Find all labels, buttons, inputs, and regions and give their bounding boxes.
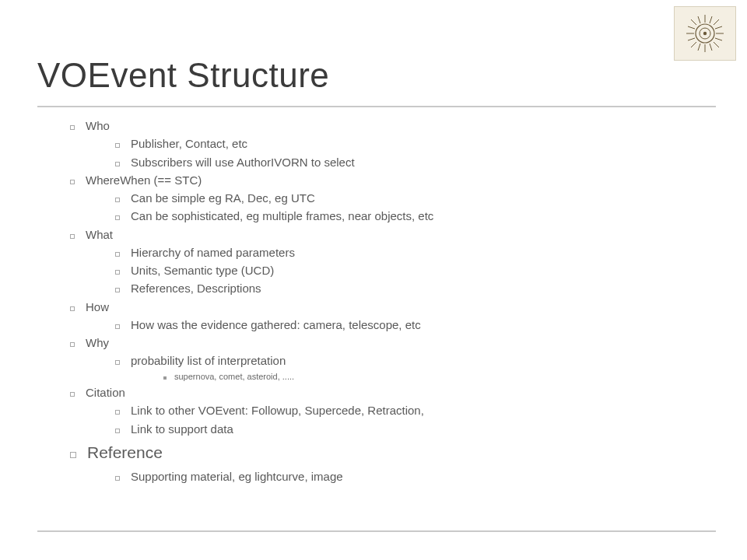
svg-line-8 [714,42,719,47]
section-label: Who [86,117,110,135]
bullet-square-icon [115,162,120,166]
svg-line-15 [688,26,695,29]
background-dot-grid [0,0,747,54]
svg-line-12 [710,16,712,23]
list-item: Units, Semantic type (UCD) [115,261,700,279]
bullet-square-icon [115,215,120,220]
list-item-text: Publisher, Contact, etc [131,135,247,152]
bullet-square-icon [115,198,120,202]
bullet-square-icon [70,180,75,184]
bullet-dot-icon [163,376,167,380]
bullet-square-icon [70,392,75,397]
svg-line-14 [710,44,712,51]
bullet-square-icon [70,125,75,130]
section-reference: Reference [70,438,700,467]
list-item: Supporting material, eg lightcurve, imag… [115,467,700,485]
bullet-square-icon [70,452,76,458]
bullet-square-icon [115,252,120,257]
section-wherewhen: WhereWhen (== STC) [70,171,700,189]
list-item: Hierarchy of named parameters [115,243,700,261]
list-item-text: Supporting material, eg lightcurve, imag… [131,467,343,485]
bullet-square-icon [115,410,120,415]
list-item-text: Units, Semantic type (UCD) [131,261,274,279]
list-item: References, Descriptions [115,279,700,297]
list-subitem: supernova, comet, asteroid, ..... [163,370,700,384]
section-label: How [86,298,109,316]
bullet-square-icon [115,429,120,433]
section-what: What [70,226,700,243]
list-item: Can be simple eg RA, Dec, eg UTC [115,189,700,207]
list-item-text: Can be sophisticated, eg multiple frames… [131,207,433,225]
list-item: Can be sophisticated, eg multiple frames… [115,207,700,225]
list-item-text: probability list of interpretation [131,352,286,369]
section-why: Why [70,334,700,352]
list-item-text: How was the evidence gathered: camera, t… [131,316,421,334]
svg-line-18 [715,38,722,40]
bullet-square-icon [115,288,120,292]
list-item: probability list of interpretation [115,352,700,369]
list-item-text: References, Descriptions [131,279,261,297]
section-label: Citation [86,383,125,401]
list-item-text: Can be simple eg RA, Dec, eg UTC [131,189,315,207]
svg-line-7 [691,19,696,25]
bullet-square-icon [115,270,120,275]
section-label: What [86,226,113,243]
section-label: WhereWhen (== STC) [86,171,202,189]
svg-line-16 [688,38,695,40]
divider-bottom [37,530,716,532]
svg-line-13 [698,44,700,51]
bullet-square-icon [115,143,120,148]
list-subitem-text: supernova, comet, asteroid, ..... [174,370,294,384]
list-item: How was the evidence gathered: camera, t… [115,316,700,334]
list-item: Publisher, Contact, etc [115,135,700,152]
bullet-square-icon [70,306,75,311]
divider-top [37,106,716,107]
section-who: Who [70,117,700,135]
bullet-square-icon [115,360,120,365]
svg-line-11 [698,16,700,23]
logo-astrolabe [674,6,736,61]
list-item: Link to support data [115,420,700,438]
bullet-square-icon [115,476,120,481]
slide-body: Who Publisher, Contact, etc Subscribers … [70,117,700,485]
bullet-square-icon [115,324,120,329]
svg-point-2 [703,32,707,35]
bullet-square-icon [70,342,75,347]
list-item: Subscribers will use AuthorIVORN to sele… [115,153,700,171]
section-label: Why [86,334,109,352]
svg-line-10 [691,42,696,47]
slide-title: VOEvent Structure [37,56,329,95]
section-how: How [70,298,700,316]
section-label: Reference [87,438,163,467]
section-citation: Citation [70,383,700,401]
list-item-text: Subscribers will use AuthorIVORN to sele… [131,153,355,171]
svg-line-17 [715,26,722,29]
list-item-text: Link to other VOEvent: Followup, Superce… [131,401,424,419]
svg-line-9 [714,19,719,25]
bullet-square-icon [70,234,75,239]
list-item-text: Link to support data [131,420,233,438]
list-item: Link to other VOEvent: Followup, Superce… [115,401,700,419]
list-item-text: Hierarchy of named parameters [131,243,295,261]
